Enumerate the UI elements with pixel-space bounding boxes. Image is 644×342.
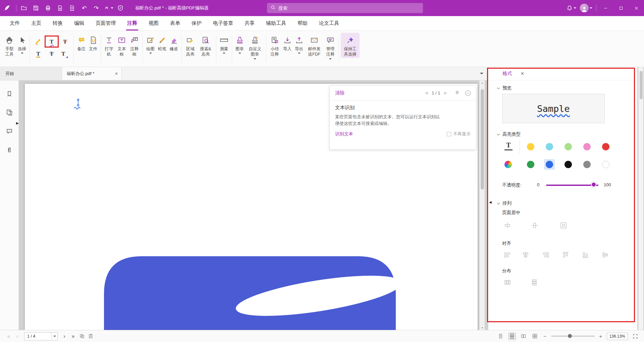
open-file-icon[interactable]: [18, 0, 30, 16]
preview-section-header[interactable]: 预览: [497, 85, 512, 91]
color-swatch-white[interactable]: [602, 161, 609, 168]
search-input[interactable]: [278, 6, 420, 11]
keep-tool-selected-button[interactable]: 保持工具选择: [341, 33, 360, 58]
page-number-dropdown-icon[interactable]: [51, 333, 57, 340]
protection-check-icon[interactable]: [114, 0, 126, 16]
arrange-section-header[interactable]: 排列: [497, 200, 512, 206]
zoom-slider-track[interactable]: [551, 336, 595, 337]
redo-icon[interactable]: ↷: [90, 0, 102, 16]
continuous-view-icon[interactable]: [508, 332, 516, 340]
minimize-button[interactable]: [598, 0, 613, 16]
menu-item-page-manage[interactable]: 页面管理: [90, 16, 121, 30]
align-left-icon[interactable]: [504, 251, 511, 259]
facing-view-icon[interactable]: [520, 332, 528, 340]
print-icon[interactable]: [42, 0, 54, 16]
zoom-slider-handle[interactable]: [568, 334, 572, 338]
insert-text-tool-button[interactable]: T ▲: [59, 49, 71, 59]
close-button[interactable]: [629, 0, 644, 16]
dont-show-checkbox[interactable]: [447, 132, 451, 136]
color-wheel-picker[interactable]: [504, 161, 512, 168]
maximize-button[interactable]: [613, 0, 629, 16]
menu-item-home[interactable]: 主页: [25, 16, 47, 30]
pencil-button[interactable]: 铅笔: [156, 33, 168, 52]
scrollbar-down-arrow[interactable]: ▼: [480, 325, 485, 330]
highlight-type-section-header[interactable]: 高亮类型: [497, 131, 521, 137]
align-center-vertical-icon[interactable]: [601, 251, 609, 259]
undo-icon[interactable]: ↶: [78, 0, 90, 16]
bookmarks-panel-icon[interactable]: [6, 90, 13, 98]
menu-item-form[interactable]: 表单: [164, 16, 186, 30]
menu-item-help[interactable]: 帮助: [292, 16, 313, 30]
next-page-icon[interactable]: ›: [60, 334, 68, 339]
zoom-out-icon[interactable]: −: [542, 333, 548, 339]
opacity-slider-handle[interactable]: [591, 182, 596, 187]
search-box[interactable]: [267, 3, 423, 13]
menu-item-comment[interactable]: 注释: [121, 16, 143, 30]
document-vertical-scrollbar[interactable]: ▲ ▼: [479, 80, 485, 330]
manage-comments-button[interactable]: 管理注释: [324, 33, 337, 60]
replace-text-tool-button[interactable]: T: [46, 49, 58, 59]
attachments-panel-icon[interactable]: [6, 147, 13, 155]
app-logo-icon[interactable]: [0, 0, 15, 16]
minimize-panel-icon[interactable]: −: [465, 90, 471, 96]
menu-item-file[interactable]: 文件: [4, 16, 25, 30]
clipboard-icon[interactable]: [87, 332, 95, 340]
eraser-button[interactable]: 橡皮: [168, 33, 180, 52]
zoom-in-icon[interactable]: +: [598, 333, 603, 339]
color-swatch-lightgreen[interactable]: [565, 143, 572, 150]
panel-vertical-scrollbar[interactable]: [638, 67, 643, 330]
menu-item-protect[interactable]: 保护: [186, 16, 207, 30]
squiggly-underline-tool-button[interactable]: T: [46, 37, 58, 47]
menu-item-accessibility[interactable]: 辅助工具: [260, 16, 292, 30]
callout-button[interactable]: 注释框: [128, 33, 141, 58]
pager-next-icon[interactable]: ▶: [444, 91, 447, 95]
tab-document-active[interactable]: 福昕办公.pdf * ✕: [62, 67, 122, 80]
color-swatch-pink[interactable]: [583, 143, 591, 150]
clear-link[interactable]: 清除: [335, 90, 344, 96]
typewriter-button[interactable]: 打字机: [103, 33, 115, 58]
menu-item-convert[interactable]: 转换: [47, 16, 68, 30]
stamp-button[interactable]: 图章: [234, 33, 246, 55]
snapshot-icon[interactable]: [78, 332, 86, 340]
textbox-button[interactable]: 文本框: [115, 33, 128, 58]
menu-item-view[interactable]: 视图: [143, 16, 164, 30]
first-page-icon[interactable]: «: [5, 334, 13, 339]
quick-tools-icon[interactable]: [102, 0, 114, 16]
menu-item-paper-tools[interactable]: 论文工具: [313, 16, 345, 30]
fullscreen-icon[interactable]: [631, 332, 639, 340]
center-vertical-icon[interactable]: [531, 222, 538, 229]
save-icon[interactable]: [30, 0, 42, 16]
area-highlight-button[interactable]: 区域高亮: [183, 33, 197, 58]
select-button[interactable]: 选择: [16, 33, 28, 55]
pager-prev-icon[interactable]: ◀: [425, 91, 428, 95]
strikeout-tool-button[interactable]: T: [59, 37, 71, 47]
account-avatar[interactable]: [577, 0, 595, 16]
last-page-icon[interactable]: »: [69, 334, 77, 339]
import-button[interactable]: 导入: [281, 33, 293, 52]
center-both-icon[interactable]: [560, 222, 567, 229]
recognize-text-link[interactable]: 识别文本: [335, 131, 353, 137]
center-horizontal-icon[interactable]: [504, 222, 511, 229]
distribute-vertical-icon[interactable]: [531, 279, 538, 286]
scrollbar-thumb[interactable]: [481, 89, 484, 190]
comments-panel-icon[interactable]: [6, 128, 13, 136]
color-swatch-gray[interactable]: [583, 161, 591, 168]
tab-close-icon[interactable]: ✕: [115, 71, 118, 76]
previous-page-icon[interactable]: ‹: [13, 334, 21, 339]
note-button[interactable]: 备注: [75, 33, 87, 52]
settings-gear-icon[interactable]: [454, 90, 460, 96]
facing-continuous-view-icon[interactable]: [531, 332, 539, 340]
search-highlight-button[interactable]: 搜索&高亮: [197, 33, 214, 58]
single-page-view-icon[interactable]: [497, 332, 505, 340]
hand-tool-button[interactable]: 手型工具: [3, 33, 16, 58]
export-button[interactable]: 导出: [293, 33, 305, 55]
align-center-horizontal-icon[interactable]: [522, 251, 529, 259]
dont-show-again[interactable]: 不再显示: [447, 131, 471, 137]
share-document-icon[interactable]: [66, 0, 78, 16]
text-markup-style-icon[interactable]: T: [504, 141, 513, 150]
squiggly-annotation[interactable]: [73, 98, 83, 111]
email-fdf-button[interactable]: 邮件发送FDF: [305, 33, 324, 58]
tab-start[interactable]: 开始: [0, 67, 62, 80]
scrollbar-up-arrow[interactable]: ▲: [480, 80, 485, 85]
custom-stamp-button[interactable]: 自定义图章: [246, 33, 264, 60]
